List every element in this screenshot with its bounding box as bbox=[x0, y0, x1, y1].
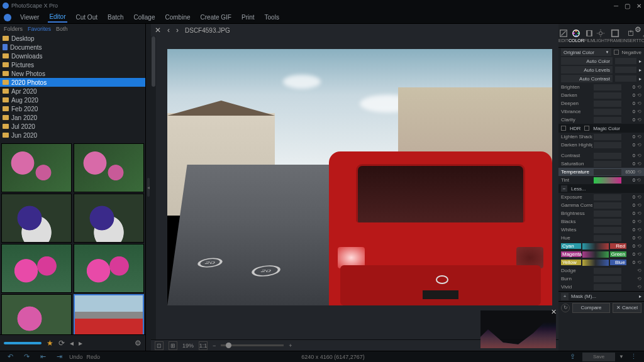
thumbnail[interactable] bbox=[74, 143, 144, 192]
reset-icon[interactable]: ⟲ bbox=[636, 117, 641, 123]
folder-row[interactable]: Feb 2020 bbox=[0, 104, 145, 113]
redo-all-icon[interactable]: ⇥ bbox=[53, 353, 65, 361]
filter-folders[interactable]: Folders bbox=[4, 26, 23, 32]
auto-contrast-preset[interactable] bbox=[615, 75, 636, 82]
folder-row[interactable]: Apr 2020 bbox=[0, 87, 145, 96]
thumbnail[interactable] bbox=[74, 194, 144, 243]
reset-icon[interactable]: ⟲ bbox=[636, 134, 641, 140]
zoom-out-icon[interactable]: − bbox=[213, 343, 216, 349]
reset-icon[interactable]: ⟲ bbox=[636, 84, 641, 90]
reset-icon[interactable]: ⟲ bbox=[636, 92, 641, 98]
color-track[interactable] bbox=[582, 243, 609, 250]
thumbnail[interactable] bbox=[1, 244, 72, 293]
reset-icon[interactable]: ⟲ bbox=[636, 194, 641, 200]
hdr-checkbox[interactable] bbox=[561, 126, 566, 131]
folder-row[interactable]: Documents bbox=[0, 43, 145, 52]
histogram[interactable]: ✕ bbox=[480, 310, 556, 348]
zoom-in-icon[interactable]: + bbox=[289, 343, 292, 349]
color-track[interactable] bbox=[582, 260, 609, 266]
thumbnail-selected[interactable] bbox=[74, 294, 144, 334]
auto-color-button[interactable]: Auto Color bbox=[561, 57, 613, 65]
refresh-icon[interactable]: ⟳ bbox=[58, 339, 65, 348]
thumbnail[interactable] bbox=[1, 143, 72, 192]
history-icon[interactable]: ↻ bbox=[561, 304, 570, 312]
negative-checkbox[interactable] bbox=[614, 50, 619, 55]
slider-track[interactable] bbox=[594, 142, 621, 148]
slider-track[interactable] bbox=[594, 161, 621, 167]
reset-icon[interactable]: ⟲ bbox=[636, 161, 641, 167]
slider-track[interactable] bbox=[594, 194, 621, 200]
folder-row[interactable]: Jul 2020 bbox=[0, 122, 145, 131]
mask-add-icon[interactable]: + bbox=[561, 293, 569, 300]
slider-track[interactable] bbox=[594, 153, 621, 159]
tab-editor[interactable]: Editor bbox=[48, 12, 67, 23]
save-menu-icon[interactable]: ▼ bbox=[619, 354, 624, 359]
magic-color-checkbox[interactable] bbox=[584, 126, 589, 131]
reset-icon[interactable]: ⟲ bbox=[636, 153, 641, 158]
folder-row[interactable]: Downloads bbox=[0, 52, 145, 60]
zoom-slider[interactable] bbox=[221, 344, 284, 346]
undo-icon[interactable]: ↶ bbox=[4, 353, 16, 361]
prev-file-icon[interactable]: ‹ bbox=[167, 26, 170, 35]
tool-frame[interactable]: FRAME bbox=[607, 24, 623, 47]
reset-icon[interactable]: ⟲ bbox=[636, 169, 641, 175]
histogram-close-icon[interactable]: ✕ bbox=[551, 308, 558, 315]
tool-edit[interactable]: EDIT bbox=[558, 24, 569, 47]
slider-track[interactable] bbox=[594, 84, 621, 90]
slider-track[interactable] bbox=[594, 211, 621, 217]
folder-row[interactable]: Jan 2020 bbox=[0, 113, 145, 122]
reset-icon[interactable]: ⟲ bbox=[636, 235, 641, 241]
reset-icon[interactable]: ⟲ bbox=[636, 219, 641, 224]
vertical-scrollbar[interactable] bbox=[151, 36, 156, 339]
slider-track[interactable] bbox=[594, 134, 621, 140]
color-track[interactable] bbox=[582, 251, 609, 258]
tab-batch[interactable]: Batch bbox=[106, 13, 125, 22]
fit-button[interactable]: 1:1 bbox=[199, 341, 208, 350]
folder-row[interactable]: Aug 2020 bbox=[0, 96, 145, 104]
filter-favorites[interactable]: Favorites bbox=[28, 26, 51, 32]
slider-track[interactable] bbox=[594, 284, 621, 290]
reset-icon[interactable]: ⟲ bbox=[636, 276, 641, 282]
folder-row[interactable]: New Photos bbox=[0, 69, 145, 78]
home-icon[interactable] bbox=[4, 14, 11, 21]
tab-viewer[interactable]: Viewer bbox=[19, 13, 40, 22]
mask-expand-icon[interactable]: ▸ bbox=[639, 293, 641, 299]
tab-print[interactable]: Print bbox=[240, 13, 256, 22]
crop-icon[interactable]: ⊡ bbox=[155, 341, 164, 350]
next-file-icon[interactable]: › bbox=[176, 26, 179, 35]
reset-icon[interactable]: ⟲ bbox=[636, 177, 641, 183]
close-button[interactable]: ✕ bbox=[636, 3, 641, 9]
slider-track[interactable] bbox=[594, 109, 621, 115]
tab-tools[interactable]: Tools bbox=[264, 13, 280, 22]
tab-collage[interactable]: Collage bbox=[133, 13, 157, 22]
reset-icon[interactable]: ⟲ bbox=[636, 109, 641, 114]
reset-icon[interactable]: ⟲ bbox=[636, 260, 641, 265]
reset-icon[interactable]: ⟲ bbox=[636, 101, 641, 106]
reset-icon[interactable]: ⟲ bbox=[636, 284, 641, 290]
collapse-icon[interactable]: − bbox=[561, 185, 567, 192]
slider-track[interactable] bbox=[594, 169, 621, 175]
slider-track[interactable] bbox=[594, 177, 621, 184]
slider-track[interactable] bbox=[594, 219, 621, 225]
tab-cutout[interactable]: Cut Out bbox=[75, 13, 99, 22]
auto-levels-button[interactable]: Auto Levels bbox=[561, 66, 613, 74]
auto-contrast-button[interactable]: Auto Contrast bbox=[561, 75, 613, 82]
auto-levels-preset[interactable] bbox=[615, 67, 636, 73]
menu-icon[interactable]: ⋮ bbox=[628, 353, 640, 361]
maximize-button[interactable]: ▢ bbox=[625, 3, 630, 9]
tab-gif[interactable]: Create GIF bbox=[199, 13, 233, 22]
redo-label[interactable]: Redo bbox=[87, 354, 101, 360]
settings-icon[interactable]: ⚙ bbox=[635, 25, 641, 34]
folder-row[interactable]: Pictures bbox=[0, 60, 145, 69]
folder-row[interactable]: Jun 2020 bbox=[0, 131, 145, 140]
slider-track[interactable] bbox=[594, 92, 621, 99]
favorite-icon[interactable]: ★ bbox=[47, 339, 53, 348]
tool-light[interactable]: LIGHT bbox=[594, 24, 608, 47]
cancel-button[interactable]: ✕Cancel bbox=[613, 303, 641, 313]
close-file-icon[interactable]: ✕ bbox=[155, 26, 161, 35]
reset-icon[interactable]: ⟲ bbox=[636, 268, 641, 273]
mask-button[interactable]: Mask (M)... bbox=[571, 293, 596, 299]
thumb-size-slider[interactable] bbox=[4, 342, 42, 344]
grid-icon[interactable]: ⊞ bbox=[169, 341, 177, 350]
minimize-button[interactable]: ─ bbox=[614, 3, 618, 9]
